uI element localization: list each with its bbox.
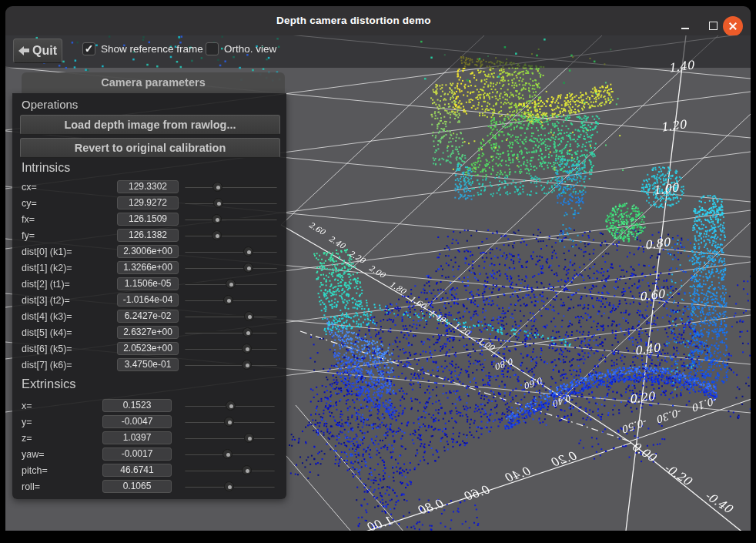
param-label: z= [22,433,32,444]
app-window: Depth camera distortion demo 1.401.201.0… [0,0,756,543]
revert-calibration-button[interactable]: Revert to original calibration [20,138,280,158]
param-value-field[interactable]: -0.0017 [102,447,172,461]
param-slider[interactable] [185,181,277,193]
param-label: dist[3] (t2)= [22,295,70,306]
slider-track [185,250,277,253]
param-slider[interactable] [185,448,275,460]
param-value-field[interactable]: 129.3302 [117,180,179,193]
slider-knob[interactable] [222,449,232,459]
slider-track [185,347,277,350]
param-slider[interactable] [185,432,275,444]
param-value-field[interactable]: -0.0047 [102,415,172,428]
param-value-field[interactable]: 126.1509 [117,213,179,226]
param-label: dist[5] (k4)= [22,327,72,338]
param-slider[interactable] [185,416,275,427]
param-value-field[interactable]: 6.2427e-02 [117,310,179,323]
param-value-field[interactable]: 0.1523 [102,399,172,412]
slider-knob[interactable] [212,214,222,224]
param-row: fy=126.1382 [12,228,286,244]
param-label: cx= [22,182,37,193]
param-value-field[interactable]: -1.0164e-04 [117,293,179,307]
param-value-field[interactable]: 2.0523e+00 [117,342,179,355]
camera-parameters-header[interactable]: Camera parameters [22,72,285,93]
param-slider[interactable] [185,400,275,411]
param-slider[interactable] [185,481,275,492]
param-row: dist[7] (k6)=3.4750e-01 [12,357,286,374]
slider-knob[interactable] [242,360,252,370]
slider-knob[interactable] [212,182,222,192]
param-label: dist[4] (k3)= [22,311,72,322]
param-value-field[interactable]: 1.1506e-05 [117,277,179,290]
minimize-icon [681,28,689,29]
param-slider[interactable] [185,343,277,354]
param-label: fy= [22,230,35,241]
slider-knob[interactable] [213,198,223,208]
param-slider[interactable] [185,197,277,209]
show-reference-frame-option: ✓ Show reference frame [82,42,203,55]
slider-knob[interactable] [226,401,236,411]
param-row: yaw=-0.0017 [12,447,286,463]
param-slider[interactable] [185,230,277,241]
slider-knob[interactable] [243,263,253,273]
param-label: pitch= [22,465,48,476]
slider-knob[interactable] [226,279,236,289]
minimize-button[interactable] [676,16,694,35]
param-slider[interactable] [185,464,275,476]
param-label: dist[0] (k1)= [22,246,72,257]
param-row: x=0.1523 [12,398,286,414]
slider-knob[interactable] [243,327,253,337]
param-label: dist[2] (t1)= [22,279,70,290]
param-value-field[interactable]: 129.9272 [117,196,179,209]
param-slider[interactable] [185,278,277,290]
param-label: y= [22,417,32,427]
param-row: cx=129.3302 [12,179,286,196]
param-slider[interactable] [185,246,277,257]
param-value-field[interactable]: 46.6741 [102,464,172,477]
param-value-field[interactable]: 0.1065 [102,480,172,493]
slider-knob[interactable] [244,311,254,321]
load-depth-image-button[interactable]: Load depth image from rawlog... [20,115,280,135]
param-slider[interactable] [185,213,277,225]
param-slider[interactable] [185,359,277,370]
param-value-field[interactable]: 2.3006e+00 [117,245,179,258]
maximize-button[interactable] [704,16,722,35]
param-value-field[interactable]: 1.0397 [102,431,172,444]
close-button[interactable] [723,16,743,36]
slider-track [185,437,275,439]
param-label: yaw= [22,449,45,460]
slider-knob[interactable] [242,344,252,354]
param-row: dist[3] (t2)=-1.0164e-04 [12,293,286,309]
slider-knob[interactable] [242,465,252,475]
param-value-field[interactable]: 1.3266e+00 [117,261,179,274]
quit-button[interactable]: Quit [13,39,62,63]
slider-knob[interactable] [223,295,233,305]
show-reference-frame-label: Show reference frame [101,43,203,55]
3d-viewport: 1.401.201.000.800.600.400.200.00-0.20-0.… [5,35,751,531]
slider-knob[interactable] [244,433,254,443]
slider-knob[interactable] [212,230,222,240]
param-slider[interactable] [185,310,277,322]
show-reference-frame-checkbox[interactable]: ✓ [82,42,95,55]
ortho-view-checkbox[interactable] [206,42,219,55]
slider-knob[interactable] [243,246,253,256]
param-slider[interactable] [185,262,277,273]
param-slider[interactable] [185,327,277,338]
param-value-field[interactable]: 126.1382 [117,229,179,242]
slider-track [185,315,277,317]
param-slider[interactable] [185,294,277,306]
param-value-field[interactable]: 2.6327e+00 [117,326,179,339]
slider-knob[interactable] [224,481,234,491]
param-label: dist[1] (k2)= [22,263,72,273]
param-label: x= [22,401,32,411]
param-label: dist[7] (k6)= [22,360,72,370]
slider-track [185,202,277,204]
param-row: dist[1] (k2)=1.3266e+00 [12,260,286,277]
param-row: y=-0.0047 [12,414,286,431]
param-value-field[interactable]: 3.4750e-01 [117,358,179,371]
camera-parameters-panel: Operations Load depth image from rawlog.… [12,93,286,499]
param-row: cy=129.9272 [12,196,286,212]
slider-knob[interactable] [224,417,234,427]
quit-label: Quit [32,44,57,58]
slider-track [185,331,277,334]
slider-track [185,266,277,269]
